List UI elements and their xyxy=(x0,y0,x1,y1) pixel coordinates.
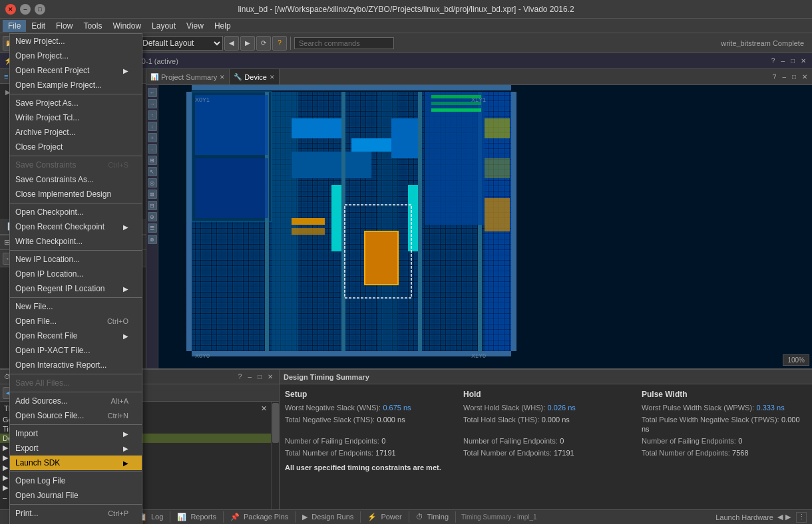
project-summary-close[interactable]: ✕ xyxy=(220,74,225,80)
menu-help[interactable]: Help xyxy=(209,20,236,32)
fm-sep-2 xyxy=(10,156,142,156)
timing-maximize[interactable]: □ xyxy=(256,372,264,381)
dev-icon-4[interactable]: ↓ xyxy=(148,122,157,131)
search-input[interactable] xyxy=(294,37,394,49)
menu-edit[interactable]: Edit xyxy=(26,20,51,32)
device-canvas[interactable]: X1Y0 X0Y0 X0Y1 X1Y1 100% xyxy=(158,85,812,368)
fm-write-checkpoint[interactable]: Write Checkpoint... xyxy=(10,234,142,249)
fm-open-log[interactable]: Open Log File xyxy=(10,473,142,488)
fm-export[interactable]: Export ▶ xyxy=(10,441,142,456)
fm-close-impl[interactable]: Close Implemented Design xyxy=(10,187,142,201)
device-panel-question[interactable]: ? xyxy=(771,72,779,81)
fm-open-project[interactable]: Open Project... xyxy=(10,49,142,63)
menu-layout[interactable]: Layout xyxy=(146,20,181,32)
fm-open-checkpoint[interactable]: Open Checkpoint... xyxy=(10,205,142,219)
fm-save-constraints-as[interactable]: Save Constraints As... xyxy=(10,172,142,187)
device-tab-close[interactable]: ✕ xyxy=(270,74,275,80)
tb-help-btn[interactable]: ? xyxy=(272,36,287,51)
scroll-left-btn[interactable]: ◀ xyxy=(777,513,785,521)
timing-question[interactable]: ? xyxy=(236,372,244,381)
fm-open-journal[interactable]: Open Journal File xyxy=(10,488,142,503)
design-panel-question[interactable]: ? xyxy=(769,57,777,65)
whs-val[interactable]: 0.026 ns xyxy=(548,404,576,412)
dev-icon-10[interactable]: ⊗ xyxy=(148,235,157,244)
fm-open-source-file[interactable]: Open Source File... Ctrl+N xyxy=(10,408,142,423)
window-max-btn[interactable]: □ xyxy=(35,4,45,15)
fm-open-recent[interactable]: Open Recent Project ▶ xyxy=(10,63,142,78)
menu-file[interactable]: File xyxy=(3,20,26,32)
dev-icon-3[interactable]: ↑ xyxy=(148,110,157,120)
fm-open-file-shortcut: Ctrl+O xyxy=(107,317,128,325)
design-panel-minimize[interactable]: – xyxy=(779,57,787,65)
dev-icon-zoom-out[interactable]: - xyxy=(148,144,157,154)
menu-window[interactable]: Window xyxy=(107,20,146,32)
dev-icon-7[interactable]: ⊟ xyxy=(148,201,157,210)
dev-icon-1[interactable]: ← xyxy=(148,88,157,97)
fm-close-project[interactable]: Close Project xyxy=(10,140,142,154)
timing-minimize[interactable]: – xyxy=(246,372,254,381)
design-panel-maximize[interactable]: □ xyxy=(789,57,797,65)
status-tab-design-runs[interactable]: ▶ Design Runs xyxy=(296,511,361,523)
fm-import[interactable]: Import ▶ xyxy=(10,426,142,441)
tb-prev-btn[interactable]: ◀ xyxy=(224,36,239,51)
fm-open-recent-ip[interactable]: Open Regent IP Location ▶ xyxy=(10,281,142,296)
timing-close[interactable]: ✕ xyxy=(266,372,275,381)
tab-device[interactable]: 🔧 Device ✕ xyxy=(230,69,280,84)
dev-icon-5[interactable]: ◎ xyxy=(148,178,157,188)
tb-next-btn[interactable]: ▶ xyxy=(240,36,255,51)
dev-icon-9[interactable]: ☰ xyxy=(148,223,157,233)
fm-exit[interactable]: Exit xyxy=(10,521,142,524)
wpws-val[interactable]: 0.333 ns xyxy=(756,404,784,412)
timing-close-x[interactable]: ✕ xyxy=(261,404,267,413)
fm-archive[interactable]: Archive Project... xyxy=(10,125,142,140)
fm-new-ip-label: New IP Location... xyxy=(15,255,80,264)
device-panel-maximize[interactable]: □ xyxy=(790,72,798,81)
timing-row-4: Total Number of Endpoints: 17191 Total N… xyxy=(285,448,807,458)
status-tab-timing[interactable]: ⏱ Timing xyxy=(409,511,456,523)
timing-scrollbar[interactable] xyxy=(271,402,279,511)
layout-select[interactable]: Default Layout xyxy=(136,36,223,51)
window-close-btn[interactable]: ✕ xyxy=(5,4,16,15)
fm-new-project[interactable]: New Project... xyxy=(10,34,142,49)
dev-icon-2[interactable]: → xyxy=(148,99,157,108)
fm-open-example[interactable]: Open Example Project... xyxy=(10,78,142,92)
menu-flow[interactable]: Flow xyxy=(51,20,78,32)
menu-view[interactable]: View xyxy=(181,20,209,32)
fm-add-sources[interactable]: Add Sources... Alt+A xyxy=(10,394,142,408)
statusbar-settings[interactable]: ⋮ xyxy=(796,512,807,523)
fm-open-recent-checkpoint[interactable]: Open Recent Checkpoint ▶ xyxy=(10,219,142,234)
fm-print[interactable]: Print... Ctrl+P xyxy=(10,506,142,521)
dev-icon-select[interactable]: ↖ xyxy=(148,167,157,176)
timing-scroll-thumb[interactable] xyxy=(272,403,279,443)
fm-new-file[interactable]: New File... xyxy=(10,299,142,314)
dev-icon-fit[interactable]: ⊞ xyxy=(148,156,157,165)
fm-write-tcl[interactable]: Write Project Tcl... xyxy=(10,110,142,125)
dev-icon-8[interactable]: ⊕ xyxy=(148,212,157,221)
fm-open-ip-xact[interactable]: Open IP-XACT File... xyxy=(10,343,142,358)
status-tab-power[interactable]: ⚡ Power xyxy=(361,511,409,523)
tb-refresh2-btn[interactable]: ⟳ xyxy=(256,36,271,51)
status-tab-package[interactable]: 📌 Package Pins xyxy=(224,511,296,523)
fm-open-recent-file[interactable]: Open Recent File ▶ xyxy=(10,328,142,343)
device-panel-minimize[interactable]: – xyxy=(780,72,788,81)
scroll-right-btn[interactable]: ▶ xyxy=(785,513,793,521)
dev-icon-6[interactable]: ⊠ xyxy=(148,190,157,199)
fm-open-file[interactable]: Open File... Ctrl+O xyxy=(10,314,142,328)
fm-open-interactive[interactable]: Open Interactive Report... xyxy=(10,358,142,372)
dev-icon-zoom-in[interactable]: + xyxy=(148,133,157,142)
summary-content: Setup Hold Pulse Width Worst Negative Sl… xyxy=(280,384,812,511)
status-tab-reports[interactable]: 📊 Reports xyxy=(170,511,224,523)
fm-open-ip[interactable]: Open IP Location... xyxy=(10,267,142,281)
fm-save-as[interactable]: Save Project As... xyxy=(10,96,142,110)
fm-launch-sdk[interactable]: Launch SDK ▶ xyxy=(10,456,142,470)
wns-val[interactable]: 0.675 ns xyxy=(383,404,411,412)
fm-sep-7 xyxy=(10,392,142,392)
window-min-btn[interactable]: – xyxy=(20,4,31,15)
design-panel-close[interactable]: ✕ xyxy=(799,57,808,65)
tab-project-summary[interactable]: 📊 Project Summary ✕ xyxy=(146,69,230,84)
fm-open-ip-label: Open IP Location... xyxy=(15,269,84,279)
fm-new-ip[interactable]: New IP Location... xyxy=(10,252,142,267)
menu-tools[interactable]: Tools xyxy=(78,20,107,32)
svg-rect-27 xyxy=(292,218,325,225)
device-panel-close[interactable]: ✕ xyxy=(800,72,809,81)
